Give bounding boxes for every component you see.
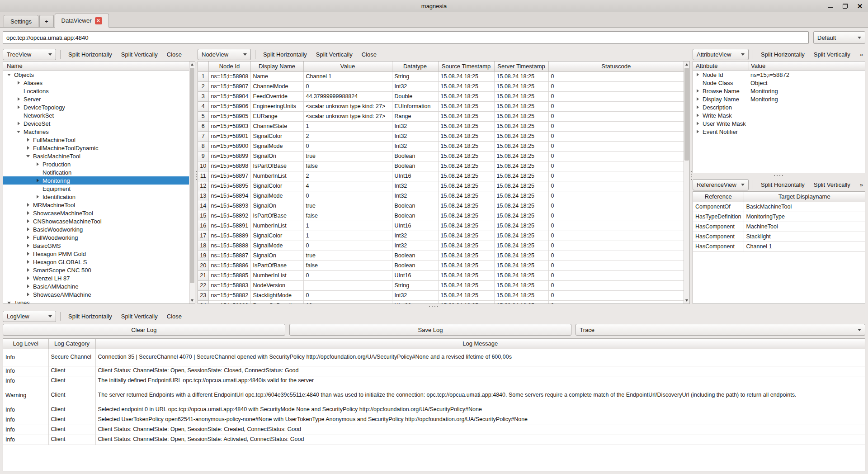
expand-arrow-icon[interactable] (25, 268, 31, 272)
attribute-row-node-id[interactable]: Node Idns=15;i=58872 (693, 71, 865, 79)
tree-item-devicetopology[interactable]: DeviceTopology (3, 103, 189, 111)
node-table-row[interactable]: 9ns=15;i=58899SignalOntrueBoolean15.08.2… (198, 151, 684, 161)
target-displayname-column-header[interactable]: Target Displayname (744, 192, 865, 202)
expand-arrow-icon[interactable] (694, 73, 701, 76)
node-table-row[interactable]: 24ns=15;i=58880PowerOnDuration12UInt3215… (198, 300, 684, 303)
toolbar-overflow-button[interactable]: » (857, 51, 865, 58)
node-table-row[interactable]: 2ns=15;i=58907ChannelMode0Int3215.08.24 … (198, 81, 684, 91)
expand-arrow-icon[interactable] (25, 155, 31, 157)
view-selector-dropdown[interactable]: ReferenceView (693, 179, 749, 190)
node-table-row[interactable]: 8ns=15;i=58900SignalMode0Int3215.08.24 1… (198, 141, 684, 151)
reference-table-row[interactable]: HasComponentChannel 1 (693, 242, 865, 251)
tree-item-hexagon-global-s[interactable]: Hexagon GLOBAL S (3, 258, 189, 266)
log-table-row[interactable]: InfoSecure ChannelConnection 35 | Secure… (3, 349, 865, 366)
expand-arrow-icon[interactable] (34, 162, 41, 166)
node-id-column-header[interactable]: Node Id (208, 62, 250, 71)
tree-item-equipment[interactable]: Equipment (3, 185, 189, 193)
node-table-row[interactable]: 1ns=15;i=58908NameChannel 1String15.08.2… (198, 71, 684, 81)
expand-arrow-icon[interactable] (25, 276, 31, 280)
expand-arrow-icon[interactable] (25, 293, 31, 296)
tree-item-types[interactable]: Types (3, 299, 189, 303)
expand-arrow-icon[interactable] (25, 236, 31, 239)
split-horizontally-button[interactable]: Split Horizontally (756, 51, 809, 58)
scroll-up-button[interactable] (684, 62, 689, 67)
close-button[interactable]: Close (357, 51, 381, 58)
tab-settings[interactable]: Settings (4, 15, 38, 27)
log-table-row[interactable]: InfoClientClient Status: ChannelState: O… (3, 425, 865, 435)
expand-arrow-icon[interactable] (25, 260, 31, 264)
expand-arrow-icon[interactable] (15, 105, 22, 109)
expand-arrow-icon[interactable] (694, 105, 701, 109)
node-table-row[interactable]: 13ns=15;i=58894SignalMode0Int3215.08.24 … (198, 191, 684, 201)
profile-dropdown[interactable]: Default (813, 31, 865, 44)
close-button[interactable]: Close (162, 313, 186, 320)
log-table-row[interactable]: InfoClientSelected UserTokenPolicy open6… (3, 415, 865, 425)
tree-item-showcasemachinetool[interactable]: ShowcaseMachineTool (3, 209, 189, 217)
datatype-column-header[interactable]: Datatype (392, 62, 438, 71)
tree-item-notification[interactable]: Notification (3, 168, 189, 176)
tree-item-basicwoodworking[interactable]: BasicWoodworking (3, 225, 189, 233)
node-table-row[interactable]: 5ns=15;i=58905EURange<scalar unknown typ… (198, 111, 684, 121)
expand-arrow-icon[interactable] (25, 252, 31, 256)
expand-arrow-icon[interactable] (25, 138, 31, 142)
close-button[interactable]: ✕ (856, 2, 863, 9)
reference-column-header[interactable]: Reference (693, 192, 744, 202)
node-table-row[interactable]: 4ns=15;i=58906EngineeringUnits<scalar un… (198, 101, 684, 111)
split-vertically-button[interactable]: Split Vertically (311, 51, 357, 58)
node-table-row[interactable]: 18ns=15;i=58888SignalMode0Int3215.08.24 … (198, 241, 684, 251)
reference-table-row[interactable]: HasComponentStacklight (693, 232, 865, 242)
split-vertically-button[interactable]: Split Vertically (117, 51, 162, 58)
tree-item-smartscope-cnc-500[interactable]: SmartScope CNC 500 (3, 266, 189, 274)
expand-arrow-icon[interactable] (15, 81, 22, 85)
tree-item-mrmachinetool[interactable]: MRMachineTool (3, 201, 189, 209)
expand-arrow-icon[interactable] (694, 114, 701, 117)
expand-arrow-icon[interactable] (6, 302, 12, 304)
node-table-row[interactable]: 15ns=15;i=58892IsPartOfBasefalseBoolean1… (198, 211, 684, 221)
expand-arrow-icon[interactable] (25, 211, 31, 215)
save-log-button[interactable]: Save Log (289, 324, 572, 336)
scroll-up-button[interactable] (189, 62, 195, 67)
node-table-row[interactable]: 7ns=15;i=58901SignalColor2Int3215.08.24 … (198, 131, 684, 141)
node-table-row[interactable]: 3ns=15;i=58904FeedOverride44.37999999988… (198, 91, 684, 101)
server-url-input[interactable] (3, 31, 809, 44)
expand-arrow-icon[interactable] (25, 284, 31, 288)
value-column-header[interactable]: Value (749, 62, 865, 70)
node-scrollbar[interactable] (684, 62, 689, 303)
tree-item-locations[interactable]: Locations (3, 87, 189, 95)
split-vertically-button[interactable]: Split Vertically (117, 313, 162, 320)
source-timestamp-column-header[interactable]: Source Timestamp (438, 62, 494, 71)
view-selector-dropdown[interactable]: NodeView (198, 49, 251, 60)
split-horizontally-button[interactable]: Split Horizontally (64, 313, 117, 320)
node-table-row[interactable]: 21ns=15;i=58885NumberInList0UInt1615.08.… (198, 270, 684, 280)
split-horizontally-button[interactable]: Split Horizontally (756, 181, 809, 188)
tree-item-fullwoodworking[interactable]: FullWoodworking (3, 233, 189, 242)
expand-arrow-icon[interactable] (15, 97, 22, 101)
expand-arrow-icon[interactable] (694, 97, 701, 101)
expand-arrow-icon[interactable] (25, 228, 31, 231)
attribute-row-description[interactable]: Description (693, 103, 865, 111)
tab-close-icon[interactable]: ✕ (95, 17, 102, 24)
reference-table-row[interactable]: HasTypeDefinitionMonitoringType (693, 212, 865, 222)
trace-dropdown[interactable]: Trace (576, 324, 865, 336)
expand-arrow-icon[interactable] (34, 179, 41, 182)
attribute-row-user-write-mask[interactable]: User Write Mask (693, 119, 865, 128)
tree-item-deviceset[interactable]: DeviceSet (3, 119, 189, 128)
tree-item-basicmachinetool[interactable]: BasicMachineTool (3, 152, 189, 160)
tree-item-server[interactable]: Server (3, 95, 189, 103)
tree-item-objects[interactable]: Objects (3, 71, 189, 79)
tree-item-showcaseammachine[interactable]: ShowcaseAMMachine (3, 290, 189, 299)
server-timestamp-column-header[interactable]: Server Timestamp (494, 62, 548, 71)
attribute-column-header[interactable]: Attribute (693, 62, 749, 70)
clear-log-button[interactable]: Clear Log (3, 324, 285, 336)
attribute-row-write-mask[interactable]: Write Mask (693, 111, 865, 119)
tree-item-basicammachine[interactable]: BasicAMMachine (3, 282, 189, 290)
tree-item-fullmachinetool[interactable]: FullMachineTool (3, 136, 189, 144)
expand-arrow-icon[interactable] (694, 89, 701, 93)
node-table-row[interactable]: 6ns=15;i=58903ChannelState1Int3215.08.24… (198, 121, 684, 131)
tree-item-hexagon-pmm-gold[interactable]: Hexagon PMM Gold (3, 250, 189, 258)
attribute-row-display-name[interactable]: Display NameMonitoring (693, 95, 865, 103)
tree-item-wenzel-lh-87[interactable]: Wenzel LH 87 (3, 274, 189, 282)
expand-arrow-icon[interactable] (15, 131, 22, 133)
tree-item-identification[interactable]: Identification (3, 193, 189, 201)
expand-arrow-icon[interactable] (25, 203, 31, 207)
